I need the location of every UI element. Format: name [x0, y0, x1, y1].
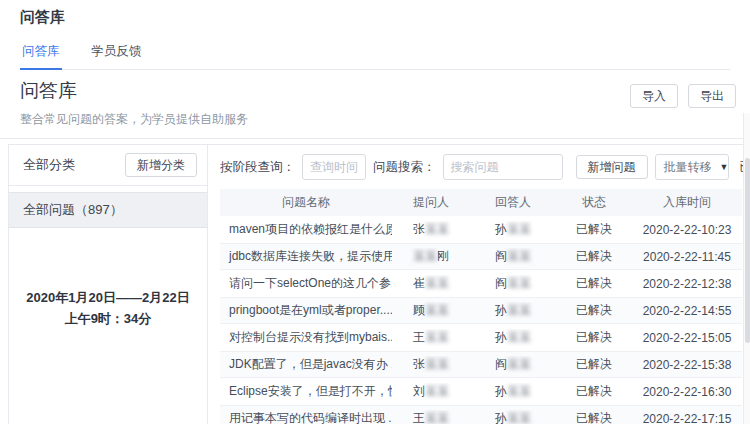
- batch-transfer-label: 批量转移: [664, 159, 712, 176]
- entry-time-cell: 2020-2-22-15:05: [632, 331, 742, 345]
- col-header-status: 状态: [556, 194, 632, 211]
- answerer-cell: 孙某某: [470, 221, 556, 238]
- status-cell: 已解决: [556, 329, 632, 346]
- add-question-button[interactable]: 新增问题: [576, 155, 648, 179]
- person-name-visible: 王: [413, 330, 425, 344]
- person-name-visible: 孙: [495, 222, 507, 236]
- all-categories-label: 全部分类: [23, 156, 75, 174]
- table-row: 对控制台提示没有找到mybais......查看详情王某某孙某某已解决2020-…: [220, 324, 742, 351]
- answerer-cell: 孙某某: [470, 383, 556, 400]
- status-cell: 已解决: [556, 410, 632, 424]
- question-name-cell: JDK配置了，但是javac没有办 ......查看详情: [220, 356, 392, 373]
- table-row: JDK配置了，但是javac没有办 ......查看详情张某某阎某某已解决202…: [220, 351, 742, 378]
- stage-query-input[interactable]: [302, 154, 366, 180]
- question-list-panel: 按阶段查询： 问题搜索： 新增问题 批量转移 ▼ 已选择 0 问题名称 提问人 …: [208, 145, 750, 424]
- status-cell: 已解决: [556, 221, 632, 238]
- person-name-redacted: 某某: [507, 303, 531, 317]
- answerer-cell: 孙某某: [470, 302, 556, 319]
- page-scrollbar[interactable]: [743, 113, 750, 424]
- asker-cell: 刘某某: [392, 383, 470, 400]
- person-name-redacted: 某某: [507, 357, 531, 371]
- person-name-visible: 孙: [495, 303, 507, 317]
- batch-transfer-select[interactable]: 批量转移 ▼: [655, 154, 729, 180]
- page-header: 问答库 问答库 学员反馈: [0, 0, 750, 70]
- status-cell: 已解决: [556, 248, 632, 265]
- scrollbar-thumb[interactable]: [745, 158, 750, 343]
- asker-cell: 顾某某: [392, 302, 470, 319]
- answerer-cell: 孙某某: [470, 410, 556, 424]
- chevron-down-icon: ▼: [720, 162, 729, 172]
- question-name-text: Eclipse安装了，但是打不开，快 ......: [229, 384, 392, 398]
- entry-time-cell: 2020-2-22-15:38: [632, 358, 742, 372]
- tab-bar: 问答库 学员反馈: [20, 39, 730, 70]
- person-name-redacted: 某某: [425, 357, 449, 371]
- status-cell: 已解决: [556, 275, 632, 292]
- export-button[interactable]: 导出: [688, 84, 736, 108]
- person-name-redacted: 某某: [507, 330, 531, 344]
- import-button[interactable]: 导入: [630, 84, 678, 108]
- entry-time-cell: 2020-2-22-14:55: [632, 304, 742, 318]
- asker-cell: 王某某: [392, 410, 470, 424]
- stage-query-label: 按阶段查询：: [220, 159, 295, 176]
- answerer-cell: 阎某某: [470, 275, 556, 292]
- date-range-text: 2020年1月20日——2月22日: [9, 288, 207, 309]
- question-search-input[interactable]: [443, 154, 563, 180]
- section-header: 问答库 整合常见问题的答案，为学员提供自助服务 导入 导出: [0, 70, 750, 139]
- section-header-text: 问答库 整合常见问题的答案，为学员提供自助服务: [20, 78, 248, 128]
- status-cell: 已解决: [556, 383, 632, 400]
- person-name-visible: 刘: [413, 384, 425, 398]
- add-category-button[interactable]: 新增分类: [125, 153, 197, 177]
- person-name-redacted: 某某: [507, 222, 531, 236]
- person-name-visible: 张: [413, 222, 425, 236]
- person-name-visible: 阎: [495, 357, 507, 371]
- asker-cell: 张某某: [392, 356, 470, 373]
- person-name-redacted: 某某: [425, 384, 449, 398]
- asker-cell: 某某刚: [392, 248, 470, 265]
- question-name-cell: 请问一下selectOne的这几个参......查看详情: [220, 275, 392, 292]
- person-name-visible: 阎: [495, 276, 507, 290]
- person-name-redacted: 某某: [425, 303, 449, 317]
- entry-time-cell: 2020-2-22-16:30: [632, 385, 742, 399]
- question-name-cell: jdbc数据库连接失败，提示使用......查看详情: [220, 248, 392, 265]
- question-name-text: 用记事本写的代码编译时出现 ......: [229, 411, 392, 424]
- question-name-cell: maven项目的依赖报红是什么原因呢？: [220, 221, 392, 238]
- question-name-text: 对控制台提示没有找到mybais......: [229, 330, 392, 344]
- question-name-cell: 对控制台提示没有找到mybais......查看详情: [220, 329, 392, 346]
- person-name-visible: 孙: [495, 384, 507, 398]
- answerer-cell: 阎某某: [470, 248, 556, 265]
- person-name-visible: 张: [413, 357, 425, 371]
- sidebar-item-all-questions[interactable]: 全部问题（897）: [9, 192, 207, 228]
- person-name-redacted: 某某: [507, 249, 531, 263]
- person-name-visible: 顾: [413, 303, 425, 317]
- table-row: 用记事本写的代码编译时出现 ......查看详情王某某孙某某已解决2020-2-…: [220, 405, 742, 424]
- person-name-redacted: 某某: [425, 330, 449, 344]
- table-row: jdbc数据库连接失败，提示使用......查看详情某某刚阎某某已解决2020-…: [220, 243, 742, 270]
- person-name-redacted: 某某: [507, 276, 531, 290]
- sidebar-header: 全部分类 新增分类: [9, 145, 207, 186]
- entry-time-cell: 2020-2-22-17:15: [632, 412, 742, 424]
- person-name-visible: 王: [413, 411, 425, 424]
- table-row: pringboot是在yml或者proper.....查看详情顾某某孙某某已解决…: [220, 297, 742, 324]
- person-name-redacted: 某某: [507, 384, 531, 398]
- col-header-asker: 提问人: [392, 194, 470, 211]
- question-name-cell: Eclipse安装了，但是打不开，快 ......查看详情: [220, 383, 392, 400]
- question-search-label: 问题搜索：: [373, 159, 436, 176]
- asker-cell: 王某某: [392, 329, 470, 346]
- person-name-visible: 崔: [413, 276, 425, 290]
- answerer-cell: 孙某某: [470, 329, 556, 346]
- asker-cell: 崔某某: [392, 275, 470, 292]
- content-area: 全部分类 新增分类 全部问题（897） 2020年1月20日——2月22日 上午…: [8, 144, 750, 424]
- tab-qa-library[interactable]: 问答库: [20, 39, 62, 70]
- question-name-text: jdbc数据库连接失败，提示使用......: [229, 249, 392, 263]
- person-name-redacted: 某某: [425, 222, 449, 236]
- entry-time-cell: 2020-2-22-11:45: [632, 250, 742, 264]
- question-name-text: JDK配置了，但是javac没有办 ......: [229, 357, 392, 371]
- time-text: 上午9时：34分: [9, 309, 207, 330]
- answerer-cell: 阎某某: [470, 356, 556, 373]
- person-name-visible: 刚: [437, 249, 449, 263]
- question-name-cell: 用记事本写的代码编译时出现 ......查看详情: [220, 410, 392, 424]
- entry-time-cell: 2020-2-22-12:38: [632, 277, 742, 291]
- tab-student-feedback[interactable]: 学员反馈: [90, 39, 144, 69]
- table-row: maven项目的依赖报红是什么原因呢？张某某孙某某已解决2020-2-22-10…: [220, 216, 742, 243]
- page-title: 问答库: [20, 8, 730, 27]
